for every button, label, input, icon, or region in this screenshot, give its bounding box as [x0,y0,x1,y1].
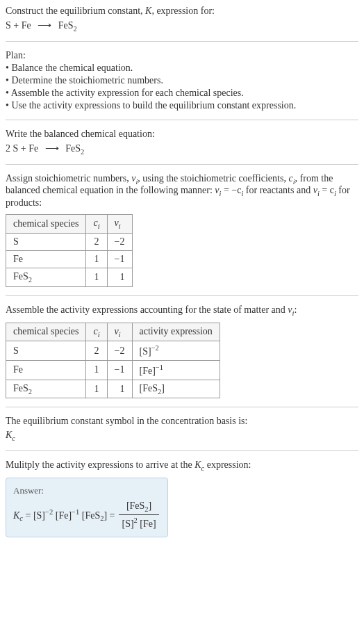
stoich-table: chemical species ci νi S 2 −2 Fe 1 −1 Fe… [6,214,133,287]
td-species: S [6,233,86,250]
ans-t3-close: ] = [104,510,115,520]
divider [6,295,358,296]
ab: [Fe] [140,366,156,376]
eq-right-sub: 2 [73,25,76,33]
eq-arrow: ⟶ [38,20,51,31]
td-act: [Fe]−1 [132,361,220,380]
td-nu: −1 [107,361,132,380]
header-prompt: Construct the equilibrium constant, K, e… [6,6,358,17]
header-equation: S + Fe ⟶ FeS2 [6,19,358,33]
plan-item: • Determine the stoichiometric numbers. [6,75,358,86]
td-nu: −1 [107,250,132,268]
act-a: Assemble the activity expressions accoun… [6,304,288,315]
symbol-eq: Kc [6,430,358,442]
table-row: FeS2 1 1 [FeS2] [6,380,220,398]
balanced-equation: 2 S + Fe ⟶ FeS2 [6,143,358,156]
prompt-text-b: , expression for: [151,6,215,16]
th-c: ci [86,215,107,234]
ans-eq: = [23,510,33,520]
multiply-section: Mulitply the activity expressions to arr… [6,460,358,537]
ans-t2: [Fe] [53,510,72,520]
table-row: S 2 −2 [6,233,133,250]
sp-sub: 2 [28,387,32,395]
plan-item: • Balance the chemical equation. [6,63,358,74]
divider [6,407,358,407]
answer-equation: Kc = [S]−2 [Fe]−1 [FeS2] = [FeS2] [S]2 [… [13,501,160,529]
table-header-row: chemical species ci νi [6,215,133,234]
ans-t1: [S] [33,510,45,520]
th-species: chemical species [6,323,86,341]
td-nu: −2 [107,233,132,250]
sp: FeS [13,383,28,393]
stoich-section: Assign stoichiometric numbers, νi, using… [6,173,358,287]
td-species: FeS2 [6,380,86,398]
ac: ] [161,383,165,393]
frac-den: [S]2 [Fe] [119,514,158,530]
th-c-sub: i [98,222,100,230]
bal-right: FeS [65,143,81,154]
plan-list: • Balance the chemical equation. • Deter… [6,63,358,111]
divider [6,41,358,42]
eq-right: FeS [58,20,74,31]
th-c-sub: i [98,330,100,338]
num-close: ] [149,501,152,511]
plan-item: • Use the activity expressions to build … [6,100,358,111]
balanced-section: Write the balanced chemical equation: 2 … [6,129,358,156]
den-b: [Fe] [138,519,156,529]
td-c: 1 [86,361,107,380]
eq-left: S + Fe [6,20,31,31]
sp: S [13,236,19,247]
td-nu: 1 [107,268,132,286]
mul-a: Mulitply the activity expressions to arr… [6,460,195,470]
stoich-a: Assign stoichiometric numbers, [6,173,131,184]
td-c: 2 [86,233,107,250]
ab: [S] [140,346,151,357]
td-nu: −2 [107,341,132,361]
sp: FeS [13,271,28,282]
table-row: FeS2 1 1 [6,268,133,286]
sp: Fe [13,254,23,264]
den-a: [S] [122,519,133,529]
symbol-text: The equilibrium constant symbol in the c… [6,416,358,427]
stoich-d: for reactants and [243,185,313,195]
plan-section: Plan: • Balance the chemical equation. •… [6,50,358,111]
table-row: S 2 −2 [S]−2 [6,341,220,361]
th-nu-sub: i [119,222,121,230]
mul-b: expression: [204,460,251,470]
divider [6,450,358,451]
td-c: 1 [86,380,107,398]
header-section: Construct the equilibrium constant, K, e… [6,6,358,33]
k-sub: c [12,434,15,442]
sp-sub: 2 [28,276,32,284]
activity-table: chemical species ci νi activity expressi… [6,323,220,399]
num-a: [FeS [126,501,144,511]
ans-lhs: Kc = [S]−2 [Fe]−1 [FeS2] = [13,508,115,522]
td-act: [FeS2] [132,380,220,398]
balanced-prompt: Write the balanced chemical equation: [6,129,358,140]
td-species: FeS2 [6,268,86,286]
th-nu: νi [107,323,132,341]
divider [6,120,358,120]
eq2b: = c [320,185,334,195]
answer-label: Answer: [13,485,160,496]
k-sym: K [6,430,12,440]
th-species: chemical species [6,215,86,234]
td-species: Fe [6,250,86,268]
multiply-text: Mulitply the activity expressions to arr… [6,460,358,472]
table-header-row: chemical species ci νi activity expressi… [6,323,220,341]
plan-item: • Assemble the activity expression for e… [6,88,358,99]
td-nu: 1 [107,380,132,398]
divider [6,164,358,165]
ans-t1-sup: −2 [45,508,53,516]
as: −2 [151,344,159,352]
sp: S [13,345,19,356]
td-c: 1 [86,250,107,268]
prompt-text-a: Construct the equilibrium constant, [6,6,145,16]
th-nu-sub: i [119,330,121,338]
ans-k: K [13,510,19,520]
ans-t3: [FeS [79,510,100,520]
bal-left: 2 S + Fe [6,143,38,154]
as: −1 [156,364,163,371]
td-c: 1 [86,268,107,286]
symbol-section: The equilibrium constant symbol in the c… [6,416,358,442]
